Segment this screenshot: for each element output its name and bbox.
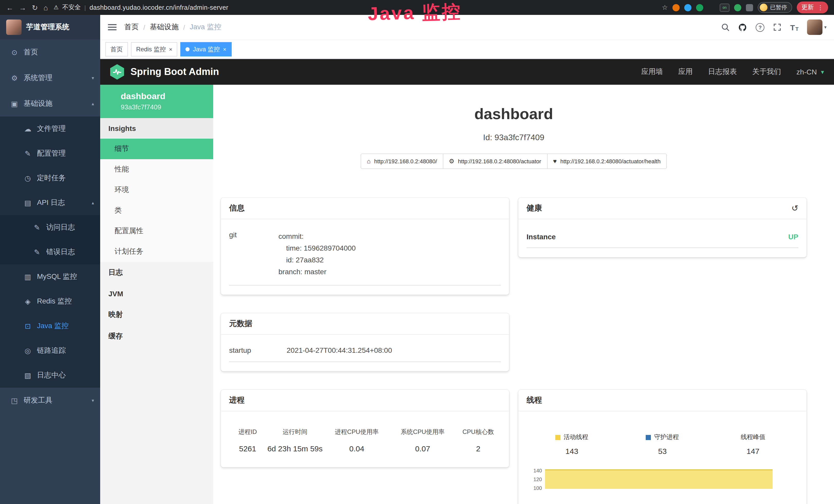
info-key: git: [229, 231, 279, 278]
extension-icon-blue-drop[interactable]: [684, 4, 692, 11]
chrome-update-button[interactable]: 更新 ⋮: [797, 2, 828, 13]
close-icon[interactable]: ×: [223, 46, 226, 52]
address-bar[interactable]: ⚠ 不安全 | dashboard.yudao.iocoder.cn/infra…: [53, 3, 228, 12]
cloud-icon: ☁: [24, 125, 32, 133]
chart-plot-area: [542, 468, 798, 491]
sidebar-item-access-logs[interactable]: ✎ 访问日志: [0, 215, 100, 240]
sidebar-item-log-center[interactable]: ▧ 日志中心: [0, 363, 100, 388]
tab-java-monitor[interactable]: Java 监控 ×: [180, 42, 232, 56]
profile-chip[interactable]: 已暂停: [758, 2, 792, 13]
tab-home[interactable]: 首页: [105, 42, 128, 56]
search-icon[interactable]: [721, 23, 729, 31]
admin-header: 首页 / 基础设施 / Java 监控 ?: [100, 15, 834, 40]
sync-paused-badge: 已暂停: [770, 4, 787, 11]
daemon-threads-value: 53: [617, 447, 708, 456]
font-size-icon[interactable]: TT: [790, 23, 798, 31]
extension-icon-puzzle[interactable]: [746, 4, 753, 11]
sba-brand[interactable]: Spring Boot Admin: [109, 64, 219, 79]
doc-pencil-icon: ✎: [33, 223, 41, 232]
help-icon[interactable]: ?: [756, 23, 764, 31]
process-col-proc-cpu: 进程CPU使用率: [324, 428, 390, 437]
sba-item-classes[interactable]: 类: [100, 200, 213, 221]
sba-item-jvm[interactable]: JVM: [100, 283, 213, 304]
tab-redis-monitor[interactable]: Redis 监控 ×: [131, 42, 177, 56]
sidebar-item-api-logs[interactable]: ▤ API 日志 ▴: [0, 190, 100, 215]
sidebar-item-file-management[interactable]: ☁ 文件管理: [0, 117, 100, 141]
wrench-icon: ⚙: [449, 158, 455, 165]
history-icon[interactable]: ↺: [791, 203, 798, 213]
legend-swatch-live: [555, 435, 561, 440]
process-card: 进程 进程ID 运行时间 进程CPU使用率 系统CPU使用率 CPU核心数 52…: [221, 390, 509, 467]
sidebar-item-dev-tools[interactable]: ◳ 研发工具 ▾: [0, 388, 100, 413]
sba-nav-wallboard[interactable]: 应用墙: [641, 67, 663, 76]
sidebar-item-mysql-monitor[interactable]: ▥ MySQL 监控: [0, 265, 100, 289]
extension-icon-leaf[interactable]: [734, 4, 741, 11]
chevron-down-icon: ▼: [820, 69, 825, 75]
bookmark-star-icon[interactable]: ☆: [662, 4, 668, 11]
monitor-icon: ⊡: [24, 322, 32, 330]
breadcrumb-current: Java 监控: [190, 23, 221, 32]
active-tab-dot: [186, 47, 190, 51]
sidebar-item-redis-monitor[interactable]: ◈ Redis 监控: [0, 289, 100, 314]
extension-icon-orange[interactable]: [673, 4, 680, 11]
sidebar-item-java-monitor[interactable]: ⊡ Java 监控: [0, 314, 100, 338]
process-val-cores: 2: [456, 444, 501, 453]
sba-item-caches[interactable]: 缓存: [100, 325, 213, 347]
sba-item-logs[interactable]: 日志: [100, 262, 213, 283]
chevron-up-icon: ▴: [92, 101, 94, 106]
sba-nav-applications[interactable]: 应用: [678, 67, 693, 76]
sba-item-config-props[interactable]: 配置属性: [100, 221, 213, 241]
sba-item-mappings[interactable]: 映射: [100, 304, 213, 325]
breadcrumb-home[interactable]: 首页: [124, 23, 139, 32]
extension-icon-green[interactable]: [696, 4, 703, 11]
sidebar-item-error-logs[interactable]: ✎ 错误日志: [0, 240, 100, 265]
user-avatar[interactable]: ▾: [807, 20, 827, 35]
reload-icon[interactable]: ↻: [32, 4, 38, 11]
threads-chart: 140 120 100: [527, 468, 798, 491]
redis-icon: ◈: [24, 297, 32, 305]
browser-menu-icon[interactable]: ⋮: [817, 4, 824, 10]
tags-view-bar: 首页 Redis 监控 × Java 监控 ×: [100, 40, 834, 59]
clock-icon: ◷: [24, 174, 32, 182]
chevron-up-icon: ▴: [92, 200, 94, 205]
sidebar-item-scheduled-jobs[interactable]: ◷ 定时任务: [0, 166, 100, 190]
fullscreen-icon[interactable]: [773, 23, 781, 31]
update-label: 更新: [802, 3, 814, 12]
sidebar-item-home[interactable]: ⊙ 首页: [0, 40, 100, 65]
close-icon[interactable]: ×: [169, 46, 172, 52]
service-url-button[interactable]: ⌂ http://192.168.0.2:48080/: [360, 154, 443, 169]
profile-avatar-icon: [760, 4, 767, 11]
sidebar-item-system-management[interactable]: ⚙ 系统管理 ▾: [0, 65, 100, 91]
toolbox-icon: ◳: [10, 396, 19, 405]
hamburger-icon[interactable]: [108, 24, 117, 30]
actuator-url-button[interactable]: ⚙ http://192.168.0.2:48080/actuator: [443, 154, 548, 169]
log-list-icon: ▤: [24, 199, 32, 207]
back-icon[interactable]: ←: [6, 4, 13, 11]
annotation-text: Java 监控: [368, 0, 462, 27]
locale-selector[interactable]: zh-CN ▼: [796, 68, 825, 76]
breadcrumb-infrastructure[interactable]: 基础设施: [150, 23, 178, 32]
sba-item-performance[interactable]: 性能: [100, 159, 213, 180]
y-tick: 140: [533, 468, 542, 474]
sidebar-item-tracing[interactable]: ◎ 链路追踪: [0, 338, 100, 363]
extension-icon-switch-on[interactable]: on: [720, 3, 729, 12]
sba-item-scheduled-tasks[interactable]: 计划任务: [100, 241, 213, 262]
sba-item-details[interactable]: 细节: [100, 139, 213, 159]
sba-nav-about[interactable]: 关于我们: [752, 67, 781, 76]
forward-icon[interactable]: →: [19, 4, 26, 11]
health-url-button[interactable]: ♥ http://192.168.0.2:48080/actuator/heal…: [547, 154, 666, 169]
metadata-key: startup: [229, 346, 287, 354]
app-logo-image: [6, 20, 22, 35]
sidebar-item-infrastructure[interactable]: ▣ 基础设施 ▴: [0, 91, 100, 117]
sidebar-group-insights[interactable]: Insights: [100, 118, 213, 139]
live-threads-value: 143: [527, 447, 617, 456]
home-icon[interactable]: ⌂: [43, 4, 48, 11]
sba-item-environment[interactable]: 环境: [100, 180, 213, 200]
legend-daemon-threads: 守护进程: [617, 433, 708, 442]
instance-header: dashboard 93a3fc7f7409: [100, 85, 213, 118]
infrastructure-submenu: ☁ 文件管理 ✎ 配置管理 ◷ 定时任务 ▤ API 日志 ▴: [0, 117, 100, 388]
github-icon[interactable]: [738, 23, 747, 31]
sba-nav-journal[interactable]: 日志报表: [708, 67, 737, 76]
gear-icon: ⚙: [10, 74, 19, 82]
sidebar-item-config-management[interactable]: ✎ 配置管理: [0, 141, 100, 166]
